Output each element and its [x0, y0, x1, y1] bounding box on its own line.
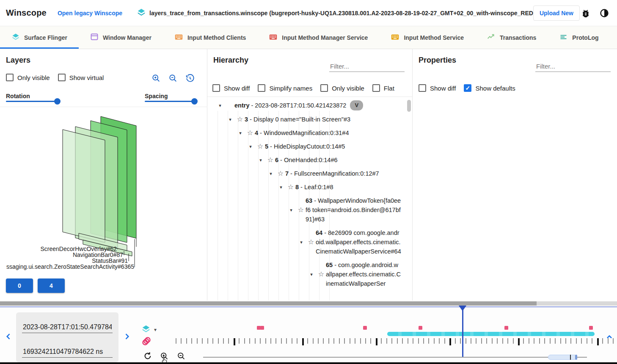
- timeline-zoom-selection-handle[interactable]: [575, 355, 577, 360]
- event-marker[interactable]: [419, 326, 422, 330]
- expand-arrow-icon[interactable]: ▾: [225, 115, 235, 124]
- show-diff-checkbox[interactable]: Show diff: [419, 84, 456, 92]
- timeline-zoom-selection[interactable]: [548, 355, 577, 360]
- tab-transitions[interactable]: Tra: [610, 26, 617, 49]
- tree-scrollbar[interactable]: [407, 100, 411, 112]
- star-icon[interactable]: ☆: [296, 205, 306, 215]
- prev-entry-chevron-icon[interactable]: [4, 332, 13, 341]
- tab-window-manager[interactable]: Window Manager: [79, 26, 163, 49]
- show-virtual-checkbox[interactable]: Show virtual: [58, 74, 104, 81]
- upload-new-button[interactable]: Upload New: [533, 6, 580, 21]
- only-visible-checkbox[interactable]: Only visible: [6, 74, 50, 81]
- rotation-slider-thumb[interactable]: [54, 98, 61, 105]
- layers-trace-icon[interactable]: [141, 324, 151, 335]
- expand-arrow-icon[interactable]: ▾: [235, 128, 245, 138]
- ruler-tick: [402, 338, 403, 344]
- tree-node[interactable]: ▾ ☆ entry - 2023-08-28T17:01:50.42142387…: [215, 98, 401, 113]
- show-diff-checkbox[interactable]: Show diff: [212, 84, 250, 92]
- event-marker[interactable]: [504, 326, 508, 330]
- tree-node[interactable]: ▾ ☆ 63 - WallpaperWindowToken{fa0eef6 to…: [215, 194, 401, 226]
- ruler-tick: [587, 338, 587, 344]
- expand-arrow-icon[interactable]: ▾: [245, 142, 256, 151]
- expand-arrow-icon[interactable]: ▾: [266, 169, 276, 178]
- trace-active-range-bar[interactable]: [387, 332, 595, 336]
- flat-checkbox[interactable]: Flat: [372, 84, 394, 92]
- next-entry-chevron-icon[interactable]: [123, 332, 131, 341]
- ruler-tick: [476, 338, 477, 344]
- ruler-tick: [270, 338, 271, 344]
- display-id-button-0[interactable]: 0: [6, 279, 33, 293]
- ruler-tick: [212, 338, 213, 344]
- tab-transactions[interactable]: Transactions: [475, 26, 548, 49]
- ruler-tick: [333, 338, 334, 344]
- ruler-tick: [202, 338, 203, 344]
- event-marker[interactable]: [589, 326, 593, 330]
- tab-surface-flinger[interactable]: Surface Flinger: [0, 26, 79, 49]
- spacing-slider[interactable]: [145, 101, 195, 102]
- star-icon[interactable]: ☆: [306, 237, 316, 247]
- spacing-slider-thumb[interactable]: [191, 98, 198, 105]
- expand-arrow-icon[interactable]: ▾: [306, 270, 317, 279]
- star-icon[interactable]: ☆: [286, 182, 295, 192]
- window-icon: [90, 33, 99, 42]
- tab-input-method-manager-service[interactable]: Input Method Manager Service: [257, 26, 379, 49]
- expand-arrow-icon[interactable]: ▾: [256, 155, 266, 165]
- checkbox-box[interactable]: [58, 74, 66, 81]
- expand-arrow-icon[interactable]: ▾: [215, 101, 225, 110]
- tree-node[interactable]: ▾ ☆ 65 - com.google.android.wallpaper.ef…: [215, 258, 401, 290]
- star-icon[interactable]: ☆: [266, 155, 275, 165]
- expand-arrow-icon[interactable]: ▾: [286, 205, 296, 215]
- transitions-trace-icon[interactable]: [141, 336, 151, 348]
- restore-view-icon[interactable]: [185, 74, 195, 83]
- tab-input-method-service[interactable]: Input Method Service: [379, 26, 475, 49]
- collapse-timeline-chevron-icon[interactable]: [605, 333, 614, 343]
- timeline-zoom-out-icon[interactable]: [177, 352, 186, 362]
- tab-input-method-clients[interactable]: Input Method Clients: [163, 26, 257, 49]
- ruler-tick: [313, 338, 314, 344]
- zoom-in-icon[interactable]: [151, 74, 161, 83]
- ruler-tick: [249, 338, 250, 344]
- tree-node[interactable]: ▾ ☆ 6 - OneHanded:0:14#6: [215, 153, 401, 167]
- star-icon[interactable]: ☆: [235, 115, 245, 124]
- timeline-zoom-slider-track[interactable]: [203, 357, 587, 358]
- ruler-tick: [529, 338, 529, 344]
- event-marker[interactable]: [363, 326, 367, 330]
- simplify-names-checkbox[interactable]: Simplify names: [258, 84, 312, 92]
- tree-node[interactable]: ▾ ☆ 64 - 8e26909 com.google.android.wall…: [215, 226, 401, 258]
- tree-node[interactable]: ▾ ☆ 4 - WindowedMagnification:0:31#4: [215, 126, 401, 140]
- open-legacy-link[interactable]: Open legacy Winscope: [58, 10, 122, 17]
- expand-arrow-icon[interactable]: ▾: [276, 182, 286, 192]
- properties-filter-input[interactable]: [535, 61, 611, 72]
- bug-report-icon[interactable]: [581, 8, 591, 19]
- ruler-tick: [397, 338, 398, 344]
- tree-node-label: 7 - FullscreenMagnification:0:12#7: [285, 169, 401, 178]
- checkbox-box[interactable]: [6, 74, 14, 81]
- tree-node[interactable]: ▾ ☆ 8 - Leaf:0:1#8: [215, 180, 401, 194]
- event-marker[interactable]: [260, 326, 264, 330]
- timestamp-ns-input[interactable]: [22, 346, 113, 358]
- star-icon[interactable]: ☆: [245, 128, 255, 138]
- tree-node[interactable]: ▾ ☆ 3 - Display 0 name="Built-in Screen"…: [215, 113, 401, 126]
- star-icon[interactable]: ☆: [256, 142, 265, 151]
- rotation-slider[interactable]: [6, 101, 58, 102]
- trace-dropdown-caret-icon[interactable]: ▾: [154, 327, 157, 333]
- hierarchy-options: Show diff Simplify names Only visible Fl…: [212, 84, 394, 92]
- zoom-out-icon[interactable]: [168, 74, 178, 83]
- star-icon[interactable]: ☆: [276, 169, 285, 178]
- show-defaults-checkbox[interactable]: ✓Show defaults: [464, 84, 515, 92]
- tree-node[interactable]: ▾ ☆ 7 - FullscreenMagnification:0:12#7: [215, 167, 401, 180]
- tab-protolog[interactable]: ProtoLog: [548, 26, 610, 49]
- dark-mode-toggle-icon[interactable]: [599, 8, 609, 18]
- star-icon[interactable]: ☆: [317, 270, 326, 279]
- display-id-button-4[interactable]: 4: [38, 279, 65, 293]
- hierarchy-filter-input[interactable]: [329, 61, 405, 72]
- timeline-hscrollbar-thumb[interactable]: [0, 301, 537, 306]
- only-visible-checkbox[interactable]: Only visible: [320, 84, 364, 92]
- tree-node[interactable]: ▾ ☆ 5 - HideDisplayCutout:0:14#5: [215, 140, 401, 153]
- properties-title: Properties: [419, 56, 456, 65]
- ruler-tick: [275, 338, 276, 344]
- timestamp-human-input[interactable]: [22, 322, 113, 333]
- refresh-icon[interactable]: [143, 351, 152, 362]
- timeline-cursor[interactable]: [462, 306, 463, 358]
- expand-arrow-icon[interactable]: ▾: [296, 237, 306, 247]
